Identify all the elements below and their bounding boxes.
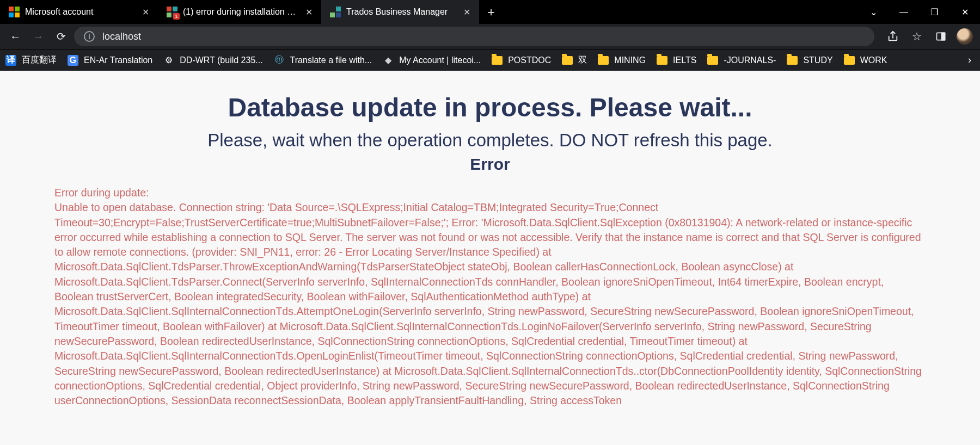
maximize-button[interactable]: ❐: [919, 0, 950, 24]
bookmark-litecoin-account[interactable]: ◆ My Account | litecoi...: [383, 55, 481, 66]
side-panel-icon[interactable]: [931, 27, 951, 46]
bookmark-folder-journals[interactable]: -JOURNALS-: [707, 55, 776, 66]
browser-titlebar: Microsoft account ✕ (1) error during ins…: [0, 0, 980, 24]
folder-icon: [707, 55, 718, 66]
bookmark-ddwrt[interactable]: ⚙ DD-WRT (build 235...: [163, 55, 262, 66]
microsoft-icon: [9, 7, 20, 17]
error-heading: Error: [54, 155, 926, 174]
close-icon[interactable]: ✕: [142, 7, 149, 17]
error-message: Error during update: Unable to open data…: [54, 186, 926, 408]
bookmark-en-ar-translation[interactable]: G EN-Ar Translation: [68, 55, 152, 66]
url-text: localhost: [102, 31, 141, 42]
share-icon[interactable]: [883, 27, 903, 46]
tab-title: (1) error during installation of en: [183, 7, 300, 17]
folder-icon: [598, 55, 609, 66]
router-icon: ⚙: [163, 55, 174, 66]
chevron-down-icon[interactable]: ⌄: [858, 0, 889, 24]
bookmark-star-icon[interactable]: ☆: [907, 27, 927, 46]
minimize-button[interactable]: ―: [889, 0, 919, 24]
tab-title: Trados Business Manager: [346, 7, 458, 17]
bookmark-label: 百度翻译: [22, 54, 57, 66]
address-bar[interactable]: i localhost: [74, 27, 874, 46]
folder-icon: [844, 55, 855, 66]
address-bar-row: ← → ⟳ i localhost ☆: [0, 24, 980, 49]
bookmark-baidu-translate[interactable]: 译 百度翻译: [5, 54, 57, 66]
forward-button[interactable]: →: [28, 27, 48, 46]
bookmark-label: -JOURNALS-: [724, 55, 776, 65]
page-content: Database update in process. Please wait.…: [0, 71, 980, 445]
close-icon[interactable]: ✕: [305, 7, 313, 17]
bookmark-label: My Account | litecoi...: [399, 55, 481, 65]
bookmark-folder-shuang[interactable]: 双: [562, 54, 587, 66]
google-translate-icon: G: [68, 55, 78, 66]
bookmark-translate-file[interactable]: ⓜ Translate a file with...: [274, 55, 372, 66]
back-button[interactable]: ←: [5, 27, 25, 46]
bookmarks-bar: 译 百度翻译 G EN-Ar Translation ⚙ DD-WRT (bui…: [0, 49, 980, 71]
bookmark-label: MINING: [614, 55, 646, 65]
bookmark-label: IELTS: [673, 55, 696, 65]
page-heading: Database update in process. Please wait.…: [54, 92, 926, 122]
bookmark-folder-study[interactable]: STUDY: [787, 55, 832, 66]
folder-icon: [657, 55, 667, 66]
trados-icon: [330, 7, 341, 17]
profile-avatar[interactable]: [955, 27, 975, 46]
litecoin-icon: ◆: [383, 55, 394, 66]
bookmark-label: Translate a file with...: [290, 55, 372, 65]
bookmark-folder-mining[interactable]: MINING: [598, 55, 646, 66]
site-info-icon[interactable]: i: [84, 31, 95, 42]
bookmark-folder-work[interactable]: WORK: [844, 55, 887, 66]
tab-trados-business-manager[interactable]: Trados Business Manager ✕: [321, 0, 479, 24]
translate-icon: 译: [5, 55, 16, 66]
folder-icon: [492, 55, 503, 66]
trados-icon: [167, 7, 177, 17]
tab-error-during-install[interactable]: (1) error during installation of en ✕: [158, 0, 321, 24]
bookmark-folder-postdoc[interactable]: POSTDOC: [492, 55, 551, 66]
tab-title: Microsoft account: [25, 7, 137, 17]
bookmark-label: POSTDOC: [508, 55, 551, 65]
bookmark-label: WORK: [860, 55, 887, 65]
bookmark-label: DD-WRT (build 235...: [180, 55, 262, 65]
svg-rect-3: [942, 33, 945, 40]
matecat-icon: ⓜ: [274, 55, 285, 66]
window-controls: ⌄ ― ❐ ✕: [858, 0, 980, 24]
bookmarks-overflow-button[interactable]: ›: [968, 54, 975, 66]
bookmark-folder-ielts[interactable]: IELTS: [657, 55, 696, 66]
new-tab-button[interactable]: ＋: [479, 0, 503, 24]
toolbar-right: ☆: [883, 27, 975, 46]
close-icon[interactable]: ✕: [463, 7, 470, 17]
page-subheading: Please, wait when the operation complete…: [54, 130, 926, 151]
bookmark-label: EN-Ar Translation: [84, 55, 152, 65]
tab-microsoft-account[interactable]: Microsoft account ✕: [0, 0, 158, 24]
reload-button[interactable]: ⟳: [51, 27, 71, 46]
bookmark-label: STUDY: [803, 55, 832, 65]
close-button[interactable]: ✕: [950, 0, 980, 24]
bookmark-label: 双: [578, 54, 587, 66]
folder-icon: [562, 55, 573, 66]
folder-icon: [787, 55, 798, 66]
